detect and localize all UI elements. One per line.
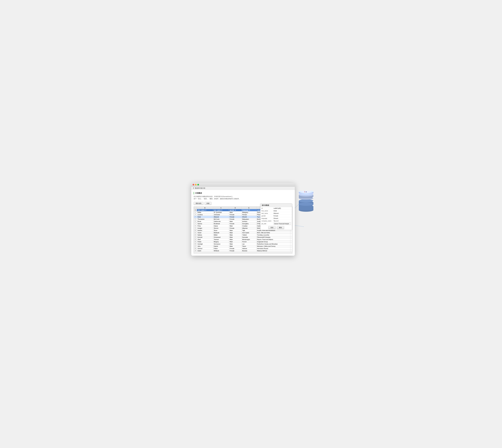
- cell-last-name: Hatzar: [213, 225, 229, 227]
- table-row[interactable]: 16 Hurleigh Simmance Male Lao Rutherford…: [194, 243, 292, 245]
- minimize-button[interactable]: [195, 184, 197, 185]
- cell-extra: [290, 231, 292, 234]
- field-label: first_name: [260, 209, 272, 212]
- header-language: language ▼: [241, 209, 256, 211]
- cell-company: Gulgowski Group: [256, 240, 290, 243]
- cell-language: Albanian: [241, 227, 256, 229]
- row-num: 19: [194, 250, 197, 252]
- table-row[interactable]: 11 Xavier McBeath Male Irish Gaelic Mohr…: [194, 231, 292, 234]
- col-E: E: [241, 207, 256, 209]
- table-row[interactable]: 12 Nathan Millett Male Yiddish Tremblay-…: [194, 234, 292, 236]
- cell-language: Montenegrin: [241, 238, 256, 240]
- table-row[interactable]: 13 Kennett Grisewood Male Kannada Pfanne…: [194, 236, 292, 238]
- job-title-input[interactable]: [274, 223, 291, 225]
- table-row[interactable]: 15 Fidole Megany Male French Gulgowski G…: [194, 240, 292, 243]
- cell-last-name: Whittock: [213, 250, 229, 252]
- toolbar-label: 数据库对接示例: [195, 187, 205, 189]
- cell-gender: Male: [229, 231, 242, 234]
- cell-first-name: Gertrud: [197, 247, 213, 250]
- table-row[interactable]: 14 Shell Yeaman Male Montenegrin Raynor,…: [194, 238, 292, 240]
- delete-button[interactable]: 删除: [277, 226, 284, 229]
- horizontal-scrollbar[interactable]: [194, 252, 292, 253]
- section-description: 此示例获取示例数据库的信息，并将其显示在Spreadsheet上。 按下「登记」…: [194, 195, 292, 200]
- cell-gender: Female: [229, 218, 242, 220]
- svg-point-11: [313, 201, 314, 202]
- desc-line2: 按下「登记」「更新」「删除」按钮时，编辑好的数据将被写入数据库。: [194, 198, 292, 200]
- field-value: maBbCqBQ: [272, 207, 292, 209]
- cell-gender: Male: [229, 211, 242, 213]
- desc-line1: 此示例获取示例数据库的信息，并将其显示在Spreadsheet上。: [194, 195, 292, 198]
- cell-last-name: Megany: [213, 240, 229, 243]
- cell-last-name: Gathercole: [213, 220, 229, 223]
- cell-last-name: McBeath: [213, 231, 229, 234]
- update-button[interactable]: 更新: [268, 226, 276, 229]
- cell-company: Weimann, Collins and Conroy: [256, 245, 290, 247]
- cell-company: Mohr, Hilll and Hirthe: [256, 231, 290, 234]
- cell-gender: Male: [229, 245, 242, 247]
- cell-language: Croatian: [241, 225, 256, 227]
- cell-first-name: Imogen: [197, 227, 213, 229]
- cell-gender: Female: [229, 216, 242, 218]
- row-num: 15: [194, 240, 197, 243]
- col-B: B: [197, 207, 213, 209]
- row-num: 14: [194, 238, 197, 240]
- database-icon: i m: [298, 191, 315, 212]
- row-num: 17: [194, 245, 197, 247]
- cell-first-name: Kennett: [197, 236, 213, 238]
- cell-last-name: Felton: [213, 247, 229, 250]
- cell-last-name: St. Queintain: [213, 211, 229, 213]
- cell-gender: Male: [229, 234, 242, 236]
- cell-last-name: Jurkowski: [213, 213, 229, 216]
- row-num: 10: [194, 229, 197, 231]
- cell-company: Rutherford, Dooley and Monahan: [256, 243, 290, 245]
- svg-point-12: [313, 205, 314, 206]
- maximize-button[interactable]: [197, 184, 199, 185]
- field-value: Dede: [272, 209, 292, 212]
- cell-last-name: Slocom: [213, 227, 229, 229]
- cell-company: Raynor, Feest and Adams: [256, 238, 290, 240]
- cell-language: Tetum: [241, 245, 256, 247]
- col-D: D: [229, 207, 242, 209]
- row-num: 6: [194, 220, 197, 223]
- selected-fields-table: id maBbCqBQ first_name Dede last_name At…: [260, 207, 292, 225]
- cell-gender: Male: [229, 225, 242, 227]
- cell-first-name: Porty: [197, 225, 213, 227]
- row-num: 18: [194, 247, 197, 250]
- cell-extra: [290, 240, 292, 243]
- cell-first-name: Fidole: [197, 240, 213, 243]
- toolbar: 🗄 数据库对接示例: [191, 187, 295, 190]
- cell-gender: Male: [229, 238, 242, 240]
- header-last-name: last_name ▼: [213, 209, 229, 211]
- field-value: Toy LLC: [272, 220, 292, 222]
- cell-extra: [290, 236, 292, 238]
- scene: 🗄 数据库对接示例 示例概述 此示例获取示例数据库的信息，并将其显示在Sprea…: [191, 183, 311, 265]
- row-num: 5: [194, 218, 197, 220]
- close-button[interactable]: [193, 184, 194, 185]
- cell-last-name: Simmance: [213, 243, 229, 245]
- reload-button[interactable]: 重新读取: [194, 202, 204, 205]
- cell-language: Tajik: [241, 229, 256, 231]
- cell-language: French: [241, 240, 256, 243]
- panel-buttons: 更新 删除: [260, 225, 292, 230]
- cell-gender: Male: [229, 236, 242, 238]
- cell-first-name: Xavier: [197, 231, 213, 234]
- row-num: 12: [194, 234, 197, 236]
- cell-company: Hermiston-Russel: [256, 247, 290, 250]
- cell-first-name: Thomasine: [197, 218, 213, 220]
- table-row[interactable]: 17 Jehu Dalziel Male Tetum Weimann, Coll…: [194, 245, 292, 247]
- cell-gender: Female: [229, 223, 242, 225]
- cell-company: Watsica-Wehner: [256, 250, 290, 252]
- cell-language: Lao: [241, 243, 256, 245]
- cell-first-name: Audre: [197, 250, 213, 252]
- field-value[interactable]: [272, 222, 292, 225]
- cell-language: Hebrew: [241, 247, 256, 250]
- panel-field-row: id maBbCqBQ: [260, 207, 292, 209]
- table-row[interactable]: 18 Gertrud Felton Female Hebrew Hermisto…: [194, 247, 292, 250]
- cell-extra: [290, 245, 292, 247]
- field-label: last_name: [260, 212, 272, 214]
- table-row[interactable]: 19 Audre Whittock Female Bosnian Watsica…: [194, 250, 292, 252]
- cell-gender: Male: [229, 220, 242, 223]
- cell-gender: Female: [229, 250, 242, 252]
- svg-text:i: i: [304, 191, 305, 193]
- new-button[interactable]: 新建: [204, 202, 211, 205]
